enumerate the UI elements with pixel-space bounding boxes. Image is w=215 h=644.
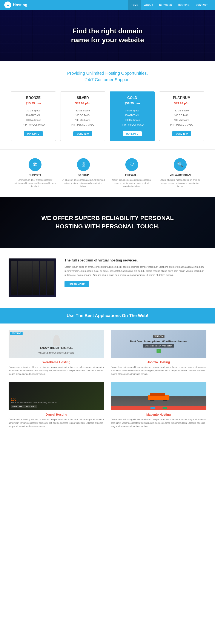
feature-malware: 🔍 MALWARE SCAN Labore et dolore magna al… bbox=[158, 158, 202, 188]
creative-label: CREATIVE bbox=[10, 332, 23, 335]
joomla-thumbnail: webco Best Joomla templates, WordPress t… bbox=[111, 330, 206, 358]
apps-title: Use The Best Applications On The Web! bbox=[4, 313, 211, 318]
bar2 bbox=[18, 260, 25, 295]
drupal-tagline: We Build Solutions For Your Everyday Pro… bbox=[11, 402, 57, 404]
feature-desc: Ut labore et dolore magna aliqua. Ut eni… bbox=[61, 178, 105, 188]
pricing-gold: GOLD $59.99 p/m 30 GB Space 100 GB Traff… bbox=[110, 92, 155, 141]
joomla-why-label: WHY CHOOSE OUR PRODUCTS? bbox=[143, 344, 174, 348]
app-desc: Consectetur adipiscing elit, sed do eius… bbox=[9, 418, 104, 428]
magento-btn-1 bbox=[150, 407, 155, 409]
hundred-logo: 100 bbox=[11, 398, 17, 402]
plan-cta-gold[interactable]: MORE INFO bbox=[123, 132, 142, 136]
plan-features: 30 GB Space 100 GB Traffic 100 Mailboxes… bbox=[14, 108, 53, 127]
bar1 bbox=[11, 260, 18, 295]
feature-name: MALWARE SCAN bbox=[158, 174, 202, 177]
firewall-icon: 🛡 bbox=[125, 158, 138, 171]
feature-backup: 🗄 BACKUP Ut labore et dolore magna aliqu… bbox=[61, 158, 105, 188]
pricing-bronze: BRONZE $15.99 p/m 30 GB Space 100 GB Tra… bbox=[11, 92, 56, 141]
plan-price: $15.99 p/m bbox=[14, 102, 53, 105]
brand-name: Hosting bbox=[13, 3, 27, 7]
virtual-section: The full spectrum of virtual hosting ser… bbox=[0, 248, 215, 308]
virtual-body: Lorem ipsum dolor sit amet, consectetur … bbox=[65, 265, 206, 277]
joomla-thumbnail-inner: webco Best Joomla templates, WordPress t… bbox=[111, 330, 206, 358]
hero-text: Find the right domain name for your webs… bbox=[71, 26, 144, 44]
feature-desc: Nisi ut aliquip ex ea commodo consequat … bbox=[110, 178, 154, 188]
plan-name: SILVER bbox=[64, 96, 102, 100]
navbar: ☁ Hosting HOME ABOUT SERVICES HOSTING CO… bbox=[0, 0, 215, 10]
magento-bar bbox=[111, 406, 206, 410]
feature-desc: Lorem ipsum dolor sitret consectetur adi… bbox=[13, 178, 57, 188]
app-joomla: webco Best Joomla templates, WordPress t… bbox=[111, 330, 206, 376]
feature-firewall: 🛡 FIREWALL Nisi ut aliquip ex ea commodo… bbox=[110, 158, 154, 188]
feature-name: SUPPORT bbox=[13, 174, 57, 177]
app-name: Magento Hosting bbox=[111, 413, 206, 416]
bar3 bbox=[25, 260, 32, 295]
hero-headline: Find the right domain name for your webs… bbox=[71, 26, 144, 44]
feature-name: BACKUP bbox=[61, 174, 105, 177]
app-desc: Consectetur adipiscing elit, sed do eius… bbox=[9, 366, 104, 376]
joomla-thumb-title: Best Joomla templates, WordPress themes bbox=[130, 340, 187, 343]
nav-links: HOME ABOUT SERVICES HOSTING CONTACT bbox=[128, 0, 211, 10]
apps-grid: CREATIVE ENJOY THE DIFFERENCE. WELCOME T… bbox=[0, 324, 215, 435]
features-section: 🛠 SUPPORT Lorem ipsum dolor sitret conse… bbox=[0, 150, 215, 197]
feature-desc: Labore et dolore magna aliqua. Ut enim a… bbox=[158, 178, 202, 188]
bar4 bbox=[33, 260, 39, 295]
pricing-section: BRONZE $15.99 p/m 30 GB Space 100 GB Tra… bbox=[0, 89, 215, 150]
footer-spacer bbox=[0, 435, 215, 443]
app-drupal: 100 We Build Solutions For Your Everyday… bbox=[9, 382, 104, 428]
person-silhouette bbox=[53, 335, 60, 346]
support-icon: 🛠 bbox=[29, 158, 42, 171]
magento-btn-3 bbox=[162, 407, 167, 409]
plan-name: GOLD bbox=[113, 96, 151, 100]
drupal-thumbnail-inner: 100 We Build Solutions For Your Everyday… bbox=[9, 382, 104, 410]
app-desc: Consectetur adipiscing elit, sed do eius… bbox=[111, 366, 206, 376]
plan-cta-bronze[interactable]: MORE INFO bbox=[24, 132, 43, 136]
plan-cta-platinum[interactable]: MORE INFO bbox=[172, 132, 191, 136]
plan-price: $99.99 p/m bbox=[162, 102, 201, 105]
plan-name: PLATINUM bbox=[162, 96, 201, 100]
nav-contact[interactable]: CONTACT bbox=[193, 0, 211, 10]
brand: ☁ Hosting bbox=[4, 2, 128, 8]
drupal-thumbnail: 100 We Build Solutions For Your Everyday… bbox=[9, 382, 104, 410]
wp-thumbnail-inner: CREATIVE ENJOY THE DIFFERENCE. WELCOME T… bbox=[9, 330, 104, 358]
feature-support: 🛠 SUPPORT Lorem ipsum dolor sitret conse… bbox=[13, 158, 57, 188]
drupal-welcome: WELCOME TO HUNDRED bbox=[11, 405, 37, 408]
nav-services[interactable]: SERVICES bbox=[156, 0, 175, 10]
plan-features: 30 GB Space 100 GB Traffic 100 Mailboxes… bbox=[64, 108, 102, 127]
magento-thumbnail bbox=[111, 382, 206, 410]
welcome-text: WELCOME TO OUR CREATIVE STUDIO bbox=[11, 351, 102, 354]
svg-rect-3 bbox=[150, 393, 165, 396]
car-svg bbox=[146, 391, 171, 402]
logo-icon: ☁ bbox=[4, 2, 11, 8]
virtual-image bbox=[9, 258, 56, 297]
plan-price: $39.99 p/m bbox=[64, 102, 102, 105]
magento-thumbnail-inner bbox=[111, 382, 206, 410]
hero-section: Find the right domain name for your webs… bbox=[0, 10, 215, 62]
backup-icon: 🗄 bbox=[77, 158, 90, 171]
app-name: Drupal Hosting bbox=[9, 413, 104, 416]
app-desc: Consectetur adipiscing elit, sed do eius… bbox=[111, 418, 206, 428]
plan-cta-silver[interactable]: MORE INFO bbox=[73, 132, 92, 136]
enjoy-text: ENJOY THE DIFFERENCE. bbox=[40, 346, 73, 350]
learn-more-button[interactable]: LEARN MORE bbox=[65, 281, 89, 287]
malware-scan-icon: 🔍 bbox=[174, 158, 187, 171]
app-magento: Magento Hosting Consectetur adipiscing e… bbox=[111, 382, 206, 428]
app-name: Joomla Hosting bbox=[111, 360, 206, 364]
virtual-title: The full spectrum of virtual hosting ser… bbox=[65, 258, 206, 262]
magento-btn-2 bbox=[156, 407, 161, 409]
nav-hosting[interactable]: HOSTING bbox=[175, 0, 193, 10]
banner-text: WE OFFER SUPERB RELIABILITY PERSONAL HOS… bbox=[9, 214, 206, 230]
server-image bbox=[9, 258, 56, 297]
pricing-platinum: PLATINUM $99.99 p/m 30 GB Space 100 GB T… bbox=[159, 92, 204, 141]
pricing-silver: SILVER $39.99 p/m 30 GB Space 100 GB Tra… bbox=[60, 92, 105, 141]
feature-name: FIREWALL bbox=[110, 174, 154, 177]
nav-about[interactable]: ABOUT bbox=[141, 0, 156, 10]
apps-section-header: Use The Best Applications On The Web! bbox=[0, 308, 215, 324]
nav-home[interactable]: HOME bbox=[128, 0, 141, 10]
plan-features: 30 GB Space 100 GB Traffic 100 Mailboxes… bbox=[113, 108, 151, 127]
app-wordpress: CREATIVE ENJOY THE DIFFERENCE. WELCOME T… bbox=[9, 330, 104, 376]
webco-label: webco bbox=[153, 335, 164, 338]
plan-price: $59.99 p/m bbox=[113, 102, 151, 105]
app-name: WordPress Hosting bbox=[9, 360, 104, 364]
virtual-content: The full spectrum of virtual hosting ser… bbox=[65, 258, 206, 287]
